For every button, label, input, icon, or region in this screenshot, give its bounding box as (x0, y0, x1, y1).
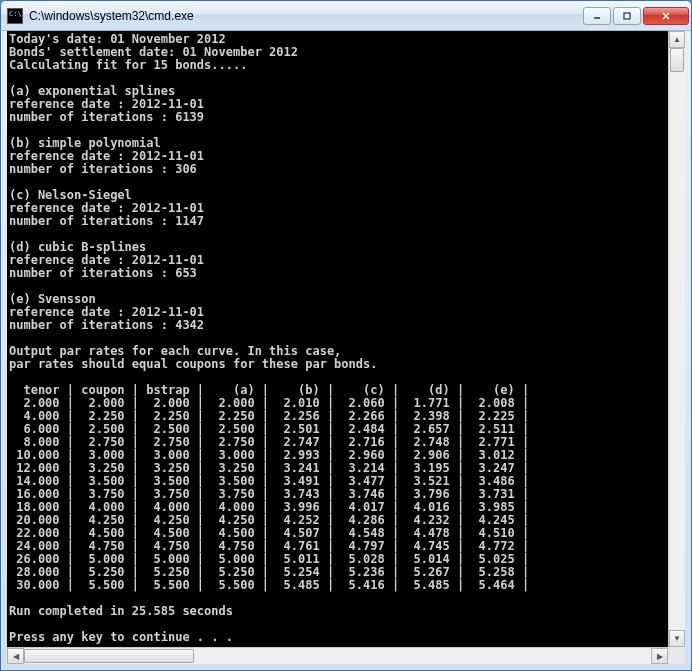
line: number of iterations : 653 (9, 267, 666, 280)
titlebar[interactable]: C:\windows\system32\cmd.exe (1, 1, 691, 31)
table-row: 30.000 | 5.500 | 5.500 | 5.500 | 5.485 |… (9, 579, 666, 592)
scroll-right-button[interactable]: ▶ (651, 648, 668, 664)
cmd-icon (7, 8, 23, 24)
line: par rates should equal coupons for these… (9, 358, 666, 371)
line: Press any key to continue . . . (9, 631, 666, 644)
scroll-track[interactable] (669, 48, 685, 630)
line: Run completed in 25.585 seconds (9, 605, 666, 618)
horizontal-scrollbar[interactable]: ◀ ▶ (7, 647, 668, 664)
scroll-up-button[interactable]: ▲ (669, 31, 685, 48)
minimize-button[interactable] (583, 7, 611, 25)
maximize-button[interactable] (613, 7, 641, 25)
svg-rect-1 (624, 13, 630, 19)
line: number of iterations : 4342 (9, 319, 666, 332)
scroll-left-button[interactable]: ◀ (7, 648, 24, 664)
hscroll-track[interactable] (24, 648, 651, 664)
scroll-down-button[interactable]: ▼ (669, 630, 685, 647)
window-frame: C:\windows\system32\cmd.exe Today's date… (0, 0, 692, 671)
bottom-scroll-row: ◀ ▶ (7, 647, 685, 664)
vertical-scrollbar[interactable]: ▲ ▼ (668, 31, 685, 647)
window-buttons (583, 7, 689, 25)
table-body: 2.000 | 2.000 | 2.000 | 2.000 | 2.010 | … (9, 397, 666, 592)
close-button[interactable] (643, 7, 689, 25)
resize-grip[interactable] (668, 647, 685, 664)
console-output[interactable]: Today's date: 01 November 2012Bonds' set… (7, 31, 668, 647)
scroll-thumb[interactable] (670, 48, 684, 72)
line: number of iterations : 6139 (9, 111, 666, 124)
line: Calculating fit for 15 bonds..... (9, 59, 666, 72)
window-title: C:\windows\system32\cmd.exe (29, 9, 583, 23)
line: number of iterations : 306 (9, 163, 666, 176)
line: number of iterations : 1147 (9, 215, 666, 228)
hscroll-thumb[interactable] (24, 649, 194, 663)
client-area: Today's date: 01 November 2012Bonds' set… (7, 31, 685, 647)
